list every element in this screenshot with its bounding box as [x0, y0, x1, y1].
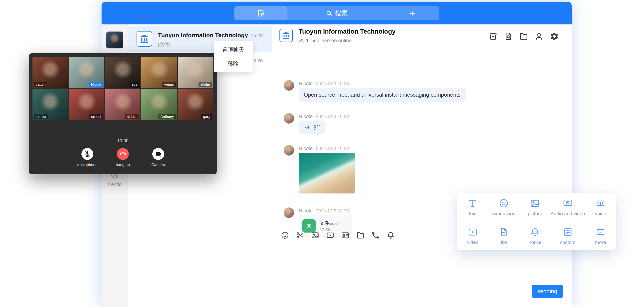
composer-menu-label: file — [501, 240, 507, 245]
folder-icon[interactable] — [519, 32, 528, 41]
participant-name: stellar — [198, 82, 212, 87]
hang-up-label: hang up — [112, 163, 133, 167]
current-user-avatar[interactable] — [106, 31, 123, 48]
message-meta: Nicole 2021/12/3 10:33 — [299, 145, 349, 151]
participant-tile[interactable]: gary — [178, 89, 213, 120]
participant-tile[interactable]: zoe — [105, 57, 141, 88]
message-body: 9`` — [299, 121, 326, 134]
message-bubble[interactable]: Open source, free, and universal instant… — [299, 88, 466, 102]
excel-file-icon: X — [302, 219, 316, 233]
composer-menu-item-picture[interactable]: picture — [519, 193, 550, 222]
camera-button[interactable]: Camera — [148, 148, 168, 167]
archive-icon[interactable] — [488, 32, 498, 41]
folder-icon[interactable] — [356, 231, 365, 240]
composer-menu-label: Audio and video — [550, 211, 585, 216]
app-header: 搜索 + — [102, 1, 572, 24]
picture-icon[interactable] — [311, 231, 320, 240]
composer-toolbar — [280, 231, 395, 240]
sender-avatar[interactable] — [284, 207, 294, 218]
search-icon — [326, 10, 332, 16]
member-count: 1 — [306, 38, 309, 44]
participant-tile[interactable]: ernest — [69, 89, 104, 120]
chat-header: Tuoyun Information Technology 1 1 person… — [272, 24, 572, 47]
contact-card-icon[interactable] — [341, 231, 350, 240]
online-status: 1 person online — [317, 38, 352, 44]
message-body — [299, 153, 355, 194]
composer-menu-item-audio-video[interactable]: Audio and video — [550, 193, 585, 222]
sender-avatar[interactable] — [284, 80, 294, 91]
composer-menu-item-notice[interactable]: notice — [519, 222, 550, 250]
settings-icon[interactable] — [550, 32, 559, 41]
message-meta: Nicole 2021/12/3 10:33 — [299, 81, 349, 87]
add-button[interactable]: + — [403, 6, 421, 20]
bell-icon[interactable] — [386, 231, 395, 240]
participant-name: danika — [34, 114, 48, 119]
screenshot-icon[interactable] — [296, 231, 304, 240]
header-toolbar: 搜索 + — [234, 6, 439, 20]
emoji-icon[interactable] — [280, 231, 289, 240]
hang-up-icon — [117, 148, 129, 160]
conversation-title: Tuoyun Information Technology — [158, 32, 248, 39]
menu-item-remove[interactable]: 移除 — [214, 57, 253, 70]
voice-duration: 9`` — [313, 124, 320, 131]
message-sender: Nicole — [299, 208, 312, 214]
participant-tile[interactable]: aldrich — [105, 89, 141, 120]
chat-subheader: 1 1 person online — [299, 38, 352, 44]
video-icon[interactable] — [326, 231, 334, 240]
menu-item-pin-chat[interactable]: 置顶聊天 — [214, 43, 253, 57]
message-sender: Nicole — [299, 113, 312, 119]
file-search-icon[interactable] — [504, 32, 513, 41]
chat-title: Tuoyun Information Technology — [299, 28, 396, 35]
composer-menu-item-text[interactable]: text — [457, 193, 488, 222]
participant-name: aldrich — [125, 114, 139, 119]
participant-name: venus — [162, 82, 176, 87]
participant-tile[interactable]: Nicole — [69, 57, 104, 88]
composer-menu-item-custom[interactable]: custom — [550, 222, 585, 250]
composer-menu-label: custom — [560, 240, 576, 245]
mic-muted-icon — [82, 148, 93, 160]
message-meta: Nicole 2021/12/3 10:33 — [299, 113, 349, 119]
composer-menu-item-video[interactable]: video — [457, 222, 488, 250]
microphone-button[interactable]: microphone — [77, 148, 98, 167]
file-icon — [498, 227, 509, 237]
sender-avatar[interactable] — [284, 113, 294, 124]
composer-menu-item-voice[interactable]: voice — [585, 193, 616, 222]
participant-tile[interactable]: Anthony — [141, 89, 177, 120]
composer-menu-label: picture — [528, 211, 542, 216]
member-icon[interactable] — [534, 32, 544, 41]
participant-grid: patton Nicole zoe venus stellar danika e… — [32, 57, 213, 120]
sender-avatar[interactable] — [284, 145, 294, 156]
composer-menu-label: notice — [528, 240, 541, 245]
group-avatar — [136, 31, 152, 47]
video-icon — [468, 227, 478, 237]
participant-tile[interactable]: venus — [141, 57, 177, 88]
composer-menu-item-file[interactable]: file — [488, 222, 519, 250]
voice-message-bubble[interactable]: 9`` — [299, 121, 326, 134]
participant-tile[interactable]: danika — [32, 89, 68, 120]
file-name: 文件.excel — [320, 220, 338, 226]
participant-tile[interactable]: patton — [32, 57, 68, 88]
hang-up-button[interactable]: hang up — [112, 148, 133, 167]
online-dot-icon — [313, 39, 315, 42]
conversation-time: 15:20 — [251, 33, 263, 38]
plus-icon: + — [409, 7, 415, 19]
message-timestamp: 2021/12/3 10:33 — [316, 208, 349, 214]
composer-menu-item-expression[interactable]: expression — [488, 193, 519, 222]
voice-icon — [595, 198, 606, 209]
composer-menu-label: voice — [595, 211, 606, 216]
call-timer: 10:00 — [29, 138, 217, 143]
message-type-popup: text expression picture Audio and video — [457, 193, 616, 250]
composer-menu-item-more[interactable]: more — [585, 222, 616, 250]
beach-photo-thumbnail[interactable] — [299, 153, 355, 194]
conversation-context-menu: 置顶聊天 移除 — [214, 41, 253, 72]
message-meta: Nicole 2021/12/3 10:33 — [299, 208, 349, 214]
composer-menu-label: video — [467, 240, 478, 245]
send-button[interactable]: sending — [532, 285, 563, 298]
notice-bell-icon — [530, 227, 540, 237]
participant-name: gary — [201, 114, 212, 119]
camera-off-icon — [152, 148, 164, 160]
more-icon — [595, 227, 606, 237]
composer-menu-label: expression — [492, 211, 516, 216]
call-icon[interactable] — [371, 231, 380, 240]
participant-tile[interactable]: stellar — [178, 57, 213, 88]
